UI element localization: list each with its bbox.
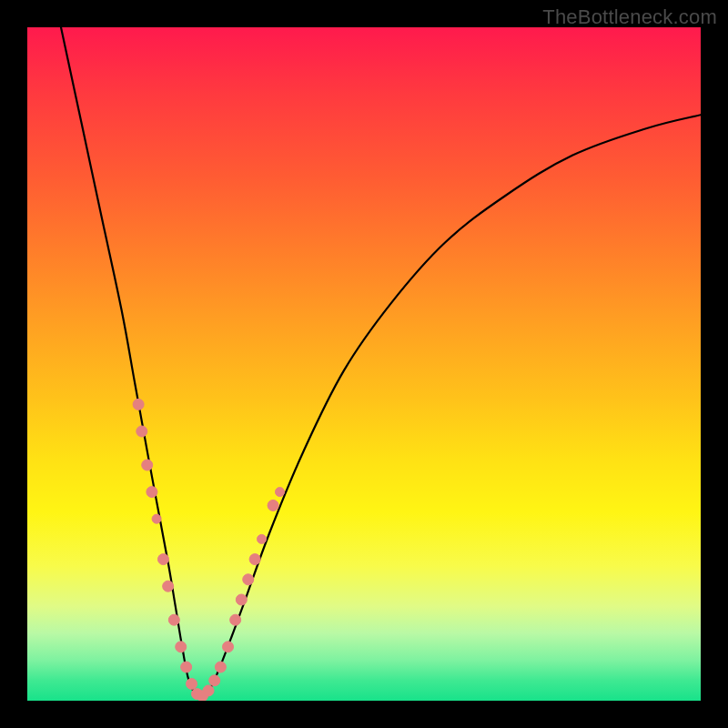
- curve-marker: [168, 614, 179, 625]
- watermark-text: TheBottleneck.com: [542, 5, 717, 29]
- curve-marker: [181, 662, 192, 672]
- curve-marker: [236, 594, 247, 605]
- curve-marker: [276, 488, 285, 497]
- bottleneck-curve-path: [61, 27, 701, 698]
- curve-markers: [133, 399, 284, 701]
- curve-marker: [203, 685, 214, 696]
- curve-marker: [215, 662, 226, 672]
- curve-marker: [133, 399, 144, 410]
- curve-marker: [243, 574, 254, 585]
- bottleneck-curve-svg: [27, 27, 701, 701]
- curve-marker: [249, 554, 260, 565]
- curve-marker: [209, 675, 220, 686]
- curve-marker: [147, 487, 157, 498]
- curve-marker: [268, 500, 278, 511]
- curve-marker: [187, 679, 197, 690]
- curve-marker: [176, 642, 187, 652]
- curve-marker: [163, 581, 174, 592]
- curve-marker: [230, 614, 241, 625]
- curve-marker: [142, 460, 153, 470]
- curve-marker: [157, 554, 168, 565]
- plot-area: [27, 27, 701, 701]
- chart-frame: TheBottleneck.com: [0, 0, 728, 728]
- curve-marker: [223, 642, 234, 652]
- curve-marker: [136, 426, 147, 437]
- curve-marker: [152, 514, 161, 523]
- curve-marker: [258, 534, 267, 543]
